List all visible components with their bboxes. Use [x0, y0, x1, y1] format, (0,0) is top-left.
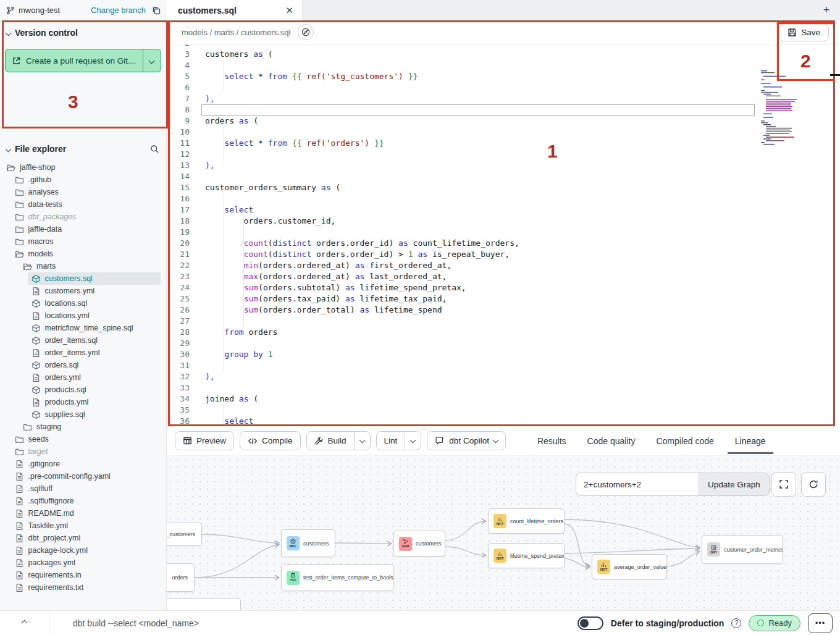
code-line-35[interactable]: 35 — [167, 405, 840, 416]
lint-button[interactable]: Lint — [376, 431, 422, 450]
code-line-32[interactable]: 32), — [167, 371, 840, 382]
code-line-28[interactable]: 28 from orders — [167, 327, 840, 338]
tree-item-.github[interactable]: .github — [0, 174, 167, 186]
code-line-18[interactable]: 18 orders.customer_id, — [167, 216, 840, 227]
tree-item-package-lock.yml[interactable]: package-lock.yml — [0, 544, 167, 557]
tree-item-staging[interactable]: staging — [0, 421, 167, 433]
code-line-11[interactable]: 11 select * from {{ ref('orders') }} — [167, 138, 840, 149]
tree-item-supplies.sql[interactable]: supplies.sql — [0, 408, 167, 421]
tree-item-.sqlfluff[interactable]: .sqlfluff — [0, 482, 167, 495]
lineage-node-clipped[interactable] — [167, 598, 241, 610]
defer-toggle[interactable] — [578, 616, 603, 630]
lint-button-main[interactable]: Lint — [377, 432, 405, 450]
code-line-31[interactable]: 31 — [167, 360, 840, 371]
tree-item-data-tests[interactable]: data-tests — [0, 198, 167, 211]
lint-caret[interactable] — [405, 432, 421, 450]
build-caret[interactable] — [354, 432, 370, 450]
tree-item-models[interactable]: models — [0, 248, 167, 260]
lineage-node-stg_customers[interactable]: stg_customers — [167, 523, 202, 546]
code-line-12[interactable]: 12 — [167, 149, 840, 160]
code-line-24[interactable]: 24 sum(orders.subtotal) as lifetime_spen… — [167, 282, 840, 293]
tree-item-dbt-project.yml[interactable]: dbt_project.yml — [0, 532, 167, 544]
code-line-30[interactable]: 30 group by 1 — [167, 349, 840, 360]
tree-item-README.md[interactable]: README.md — [0, 507, 167, 519]
panel-tab-code-quality[interactable]: Code quality — [587, 426, 636, 455]
build-button-main[interactable]: Build — [307, 432, 354, 450]
change-branch-link[interactable]: Change branch — [91, 6, 146, 15]
code-line-16[interactable]: 16 — [167, 193, 840, 204]
code-line-8[interactable]: 8 — [167, 104, 840, 116]
code-line-9[interactable]: 9orders as ( — [167, 116, 840, 127]
update-graph-button[interactable]: Update Graph — [699, 473, 770, 496]
lineage-node-orders[interactable]: orders — [167, 563, 195, 592]
lineage-node-customers[interactable]: SEMcustomers — [393, 531, 445, 557]
tree-item-seeds[interactable]: seeds — [0, 433, 167, 445]
tree-item-customers.sql[interactable]: customers.sql — [0, 272, 167, 285]
tree-item-metricflow-time-spine.sql[interactable]: metricflow_time_spine.sql — [0, 322, 167, 334]
code-line-7[interactable]: 7), — [167, 93, 840, 104]
tab-customers-sql[interactable]: customers.sql ✕ — [167, 0, 303, 20]
version-control-header[interactable]: Version control — [0, 20, 166, 43]
tree-item-locations.yml[interactable]: locations.yml — [0, 309, 167, 322]
tree-item-order-items.yml[interactable]: order_items.yml — [0, 347, 167, 359]
tree-item-requirements.in[interactable]: requirements.in — [0, 569, 167, 581]
tree-item-target[interactable]: target — [0, 445, 167, 458]
tree-item-packages.yml[interactable]: packages.yml — [0, 557, 167, 569]
lineage-node-customers[interactable]: MDLcustomers — [281, 529, 335, 557]
code-editor[interactable]: 23customers as (45 select * from {{ ref(… — [167, 44, 840, 426]
code-line-27[interactable]: 27 — [167, 316, 840, 327]
code-line-2[interactable]: 2 — [167, 44, 840, 49]
code-line-3[interactable]: 3customers as ( — [167, 49, 840, 60]
tree-item-macros[interactable]: macros — [0, 235, 167, 248]
code-line-23[interactable]: 23 max(orders.ordered_at) as last_ordere… — [167, 271, 840, 282]
save-button[interactable]: Save — [779, 23, 829, 41]
pr-button-caret[interactable] — [143, 49, 161, 72]
build-button[interactable]: Build — [306, 431, 371, 450]
code-line-4[interactable]: 4 — [167, 60, 840, 71]
code-line-17[interactable]: 17 select — [167, 204, 840, 216]
tree-item-order-items.sql[interactable]: order_items.sql — [0, 334, 167, 347]
fullscreen-button[interactable] — [771, 472, 796, 497]
panel-tab-results[interactable]: Results — [537, 426, 566, 455]
more-options-button[interactable]: ••• — [808, 613, 833, 633]
tree-item-products.sql[interactable]: products.sql — [0, 384, 167, 396]
code-line-5[interactable]: 5 select * from {{ ref('stg_customers') … — [167, 71, 840, 82]
tree-item-orders.sql[interactable]: orders.sql — [0, 359, 167, 371]
compile-button[interactable]: Compile — [240, 431, 301, 450]
code-line-29[interactable]: 29 — [167, 338, 840, 349]
lineage-node-customer_order_metrics[interactable]: QRYcustomer_order_metrics — [702, 535, 783, 564]
create-pull-request-button[interactable]: Create a pull request on Git… — [5, 49, 161, 72]
lineage-selector-input[interactable] — [576, 473, 699, 496]
code-line-36[interactable]: 36 select — [167, 416, 840, 426]
code-line-19[interactable]: 19 — [167, 227, 840, 238]
file-explorer-header[interactable]: File explorer — [0, 137, 167, 159]
panel-tab-compiled-code[interactable]: Compiled code — [656, 426, 713, 455]
code-line-14[interactable]: 14 — [167, 171, 840, 182]
code-line-34[interactable]: 34joined as ( — [167, 393, 840, 405]
refresh-button[interactable] — [801, 472, 826, 497]
tree-item-dbt-packages[interactable]: dbt_packages — [0, 211, 167, 223]
code-line-20[interactable]: 20 count(distinct orders.order_id) as co… — [167, 238, 840, 249]
search-icon[interactable] — [150, 145, 159, 154]
minimap[interactable] — [761, 69, 815, 149]
preview-button[interactable]: Preview — [175, 431, 234, 450]
tree-item-marts[interactable]: marts — [0, 260, 167, 272]
code-line-10[interactable]: 10 — [167, 127, 840, 138]
tree-item-requirements.txt[interactable]: requirements.txt — [0, 581, 167, 594]
tree-item-jaffle-data[interactable]: jaffle-data — [0, 223, 167, 235]
pr-button-main[interactable]: Create a pull request on Git… — [6, 49, 143, 72]
tree-item-analyses[interactable]: analyses — [0, 186, 167, 198]
docs-compass-icon[interactable] — [298, 24, 314, 40]
code-line-13[interactable]: 13), — [167, 160, 840, 171]
panel-tab-lineage[interactable]: Lineage — [735, 426, 766, 455]
dbt-copilot-button[interactable]: dbt Copilot — [427, 431, 506, 450]
tree-item-.sqlfluffignore[interactable]: .sqlfluffignore — [0, 495, 167, 507]
tree-item-customers.yml[interactable]: customers.yml — [0, 285, 167, 297]
tree-item-locations.sql[interactable]: locations.sql — [0, 297, 167, 309]
close-tab-icon[interactable]: ✕ — [285, 6, 293, 15]
code-line-21[interactable]: 21 count(distinct orders.order_id) > 1 a… — [167, 249, 840, 260]
lineage-node-average_order_value[interactable]: METaverage_order_value — [592, 554, 667, 579]
lineage-node-count_lifetime_orders[interactable]: METcount_lifetime_orders — [488, 508, 565, 534]
code-line-26[interactable]: 26 sum(orders.order_total) as lifetime_s… — [167, 305, 840, 316]
tree-item-jaffle-shop[interactable]: jaffle-shop — [0, 161, 167, 174]
